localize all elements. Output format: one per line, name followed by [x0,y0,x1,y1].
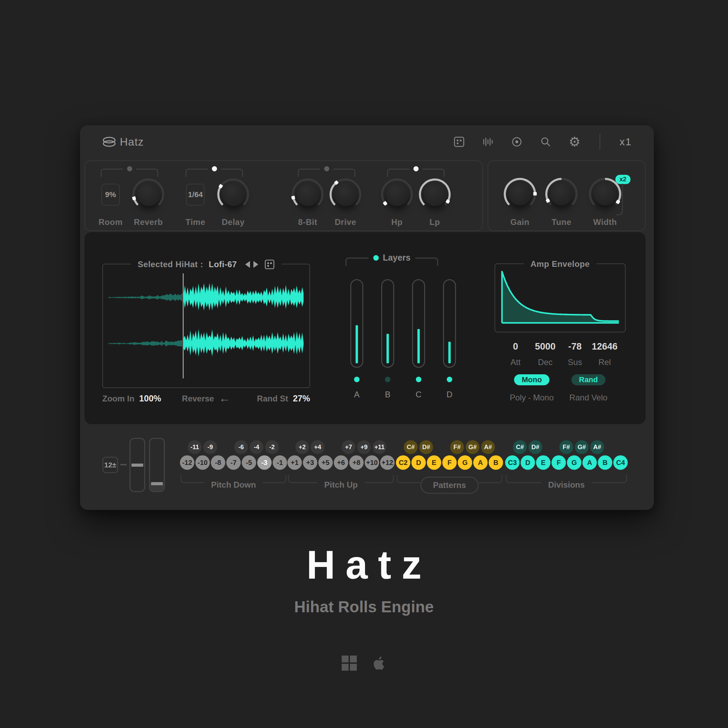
key-c#[interactable]: C# [404,440,418,454]
key-+12[interactable]: +12 [380,455,395,470]
knob-width[interactable] [586,175,624,213]
key-d#[interactable]: D# [419,440,433,454]
fx-enable-dot[interactable] [212,166,217,171]
fx-enable-dot[interactable] [413,166,419,171]
key-f#[interactable]: F# [560,440,573,454]
amp-envelope-display[interactable]: Amp Envelope [494,263,626,332]
key-b[interactable]: B [598,455,612,470]
key--9[interactable]: -9 [203,440,217,454]
layer-slider-c[interactable] [412,279,425,368]
key--10[interactable]: -10 [196,455,210,470]
knob-lp[interactable] [416,176,454,214]
key-d[interactable]: D [521,455,535,470]
layer-enable-dot-d[interactable] [447,377,452,382]
key-a#[interactable]: A# [590,440,604,454]
key-+2[interactable]: +2 [295,440,309,454]
key--8[interactable]: -8 [211,455,225,470]
key-f#[interactable]: F# [450,440,464,454]
key--4[interactable]: -4 [250,440,263,454]
time-value-box[interactable]: 1/64 [186,184,205,206]
keyboard-group-patterns: C#D#F#G#A#C2DEFGABPatterns [396,440,503,499]
ui-scale-label[interactable]: x1 [619,136,632,148]
waveform-icon[interactable] [482,136,494,148]
key-f[interactable]: F [552,455,566,470]
key-a[interactable]: A [473,455,488,470]
key--7[interactable]: -7 [226,455,241,470]
key-d[interactable]: D [411,455,426,470]
fx-group-4: HpLp [378,168,454,227]
key--3[interactable]: -3 [257,455,272,470]
rand-velo-toggle[interactable]: Rand [571,374,606,385]
layer-slider-b[interactable] [381,279,394,368]
key-g[interactable]: G [567,455,581,470]
key-+5[interactable]: +5 [318,455,333,470]
knob-gain[interactable] [501,175,539,213]
room-value-box[interactable]: 9% [101,184,120,206]
key-c4[interactable]: C4 [613,455,628,470]
key--1[interactable]: -1 [273,455,287,470]
dice-icon[interactable] [453,136,465,148]
knob-8-bit[interactable] [289,176,327,214]
key-+7[interactable]: +7 [342,440,355,454]
key-e[interactable]: E [427,455,441,470]
key-b[interactable]: B [489,455,503,470]
bend-range-box[interactable]: 12± [102,457,118,473]
key-f[interactable]: F [442,455,457,470]
decay-value[interactable]: 5000 [531,341,560,352]
key-g#[interactable]: G# [575,440,589,454]
waveform-display[interactable]: Selected HiHat : Lofi-67 [102,264,310,388]
key-c3[interactable]: C3 [505,455,520,470]
reverse-arrow-icon[interactable]: ← [219,394,230,402]
key--12[interactable]: -12 [180,455,194,470]
search-icon[interactable] [540,136,552,148]
knob-tune[interactable] [542,175,581,213]
knob-drive[interactable] [327,176,364,214]
playhead-line[interactable] [183,273,184,378]
key-+6[interactable]: +6 [334,455,348,470]
key-a[interactable]: A [583,455,597,470]
rand-start-value[interactable]: 27% [293,393,310,404]
8-bit-label: 8-Bit [289,217,327,227]
sustain-value[interactable]: -78 [560,341,590,352]
key-a#[interactable]: A# [481,440,495,454]
layer-slider-d[interactable] [443,279,456,368]
key-+4[interactable]: +4 [311,440,324,454]
knob-hp[interactable] [378,176,416,214]
key--11[interactable]: -11 [188,440,202,454]
key-d#[interactable]: D# [529,440,542,454]
knob-delay[interactable] [214,176,252,214]
knob-reverb[interactable] [130,176,167,214]
zoom-in-value[interactable]: 100% [139,393,161,404]
key-+9[interactable]: +9 [357,440,371,454]
key--2[interactable]: -2 [265,440,279,454]
release-value[interactable]: 12646 [590,341,620,352]
attack-label: Att [501,358,531,367]
key-e[interactable]: E [536,455,551,470]
gear-icon[interactable]: ⚙ [569,136,580,148]
key--5[interactable]: -5 [242,455,256,470]
key-+10[interactable]: +10 [365,455,379,470]
key-g#[interactable]: G# [466,440,479,454]
layer-label-c: C [416,390,421,399]
key-c#[interactable]: C# [513,440,527,454]
pitch-wheel[interactable] [130,438,145,492]
mod-wheel[interactable] [149,438,165,492]
sustain-label: Sus [560,358,590,367]
layer-slider-a[interactable] [350,279,363,368]
key-c2[interactable]: C2 [396,455,410,470]
key-+11[interactable]: +11 [373,440,386,454]
layer-enable-dot-b[interactable] [385,377,390,382]
key-+8[interactable]: +8 [349,455,364,470]
layer-enable-dot-c[interactable] [416,377,421,382]
key-g[interactable]: G [458,455,472,470]
poly-mono-toggle[interactable]: Mono [514,374,549,385]
key-+1[interactable]: +1 [288,455,302,470]
layer-enable-dot-a[interactable] [354,377,359,382]
attack-value[interactable]: 0 [501,341,531,352]
key--6[interactable]: -6 [234,440,248,454]
envelope-toggles: Mono Poly - Mono Rand Rand Velo [494,374,626,402]
record-icon[interactable] [511,136,523,148]
fx-enable-dot[interactable] [324,166,329,171]
fx-enable-dot[interactable] [127,166,132,171]
key-+3[interactable]: +3 [303,455,317,470]
